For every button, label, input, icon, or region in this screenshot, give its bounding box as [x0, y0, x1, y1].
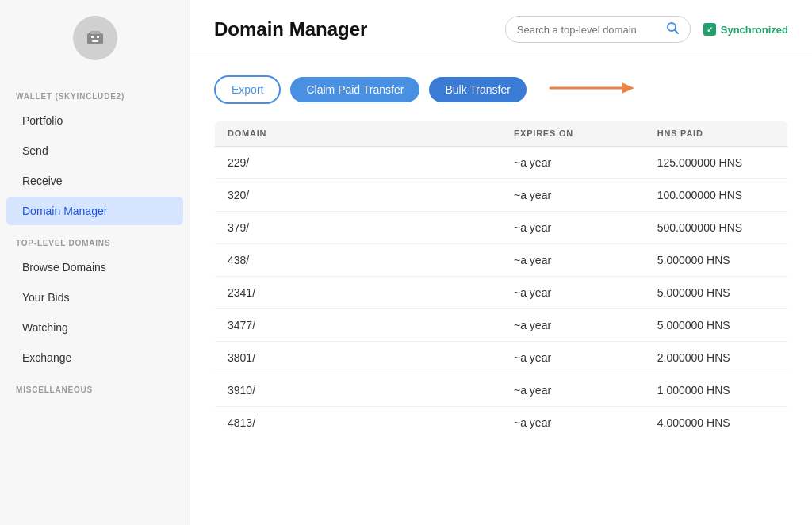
- table-header-row: DOMAIN EXPIRES ON HNS PAID: [215, 121, 788, 147]
- table-row: 379/ ~a year 500.000000 HNS: [215, 212, 788, 244]
- page-title: Domain Manager: [214, 18, 367, 40]
- hns-cell: 500.000000 HNS: [645, 212, 788, 244]
- hns-cell: 5.000000 HNS: [645, 244, 788, 277]
- sidebar-item-label: Watching: [22, 321, 68, 334]
- expires-cell: ~a year: [501, 407, 645, 439]
- expires-cell: ~a year: [501, 277, 645, 309]
- col-header-domain: DOMAIN: [215, 121, 502, 147]
- table-row: 438/ ~a year 5.000000 HNS: [215, 244, 788, 277]
- sidebar-item-label: Your Bids: [22, 291, 69, 304]
- table-row: 3477/ ~a year 5.000000 HNS: [215, 309, 788, 342]
- col-header-hns: HNS PAID: [645, 121, 788, 147]
- svg-rect-1: [91, 36, 94, 38]
- expires-cell: ~a year: [501, 244, 645, 277]
- bulk-transfer-button[interactable]: Bulk Transfer: [429, 77, 526, 102]
- domain-cell: 4813/: [215, 407, 502, 439]
- wallet-section-label: WALLET (SKYINCLUDE2): [0, 92, 190, 101]
- hns-cell: 2.000000 HNS: [645, 342, 788, 374]
- main-content: Domain Manager ✓ Synchronized Export Cl: [190, 0, 812, 525]
- export-button[interactable]: Export: [214, 75, 281, 104]
- hns-cell: 100.000000 HNS: [645, 179, 788, 212]
- search-icon: [666, 21, 679, 37]
- svg-rect-3: [92, 40, 98, 42]
- hns-cell: 1.000000 HNS: [645, 374, 788, 407]
- expires-cell: ~a year: [501, 374, 645, 407]
- table-row: 229/ ~a year 125.000000 HNS: [215, 147, 788, 179]
- sidebar-item-exchange[interactable]: Exchange: [6, 343, 183, 372]
- toolbar: Export Claim Paid Transfer Bulk Transfer: [214, 75, 788, 104]
- sidebar-item-your-bids[interactable]: Your Bids: [6, 283, 183, 312]
- sidebar-item-label: Send: [22, 144, 48, 157]
- sidebar-item-domain-manager[interactable]: Domain Manager: [6, 197, 183, 225]
- sidebar-item-portfolio[interactable]: Portfolio: [6, 106, 183, 135]
- table-row: 320/ ~a year 100.000000 HNS: [215, 179, 788, 212]
- hns-cell: 5.000000 HNS: [645, 277, 788, 309]
- domain-table: DOMAIN EXPIRES ON HNS PAID 229/ ~a year …: [214, 120, 788, 439]
- table-row: 4813/ ~a year 4.000000 HNS: [215, 407, 788, 439]
- expires-cell: ~a year: [501, 147, 645, 179]
- sidebar-item-receive[interactable]: Receive: [6, 167, 183, 195]
- svg-marker-8: [622, 82, 634, 94]
- hns-cell: 4.000000 HNS: [645, 407, 788, 439]
- domain-cell: 320/: [215, 179, 502, 212]
- domain-cell: 438/: [215, 244, 502, 277]
- sidebar-item-label: Browse Domains: [22, 261, 106, 274]
- expires-cell: ~a year: [501, 212, 645, 244]
- expires-cell: ~a year: [501, 342, 645, 374]
- svg-rect-2: [97, 36, 99, 38]
- domain-cell: 229/: [215, 147, 502, 179]
- domain-cell: 3801/: [215, 342, 502, 374]
- hns-cell: 5.000000 HNS: [645, 309, 788, 342]
- main-header: Domain Manager ✓ Synchronized: [190, 0, 812, 56]
- wallet-avatar: [73, 16, 117, 60]
- sidebar: WALLET (SKYINCLUDE2) Portfolio Send Rece…: [0, 0, 190, 525]
- svg-rect-4: [90, 31, 100, 34]
- header-right: ✓ Synchronized: [505, 16, 788, 43]
- search-box[interactable]: [505, 16, 691, 43]
- expires-cell: ~a year: [501, 309, 645, 342]
- domain-cell: 379/: [215, 212, 502, 244]
- sidebar-item-label: Receive: [22, 174, 63, 187]
- hns-cell: 125.000000 HNS: [645, 147, 788, 179]
- sync-badge: ✓ Synchronized: [703, 23, 788, 36]
- sidebar-item-label: Exchange: [22, 351, 71, 364]
- sidebar-item-watching[interactable]: Watching: [6, 313, 183, 342]
- sidebar-item-label: Domain Manager: [22, 205, 107, 217]
- arrow-indicator: [542, 77, 638, 102]
- tld-section-label: TOP-LEVEL DOMAINS: [0, 239, 190, 247]
- domain-cell: 3477/: [215, 309, 502, 342]
- col-header-expires: EXPIRES ON: [501, 121, 645, 147]
- content-area: Export Claim Paid Transfer Bulk Transfer…: [190, 56, 812, 525]
- domain-cell: 2341/: [215, 277, 502, 309]
- sidebar-item-label: Portfolio: [22, 114, 63, 127]
- table-row: 3801/ ~a year 2.000000 HNS: [215, 342, 788, 374]
- sidebar-logo: [0, 16, 190, 60]
- misc-section-label: MISCELLANEOUS: [0, 385, 190, 394]
- svg-rect-0: [87, 33, 103, 44]
- table-row: 2341/ ~a year 5.000000 HNS: [215, 277, 788, 309]
- sidebar-item-browse-domains[interactable]: Browse Domains: [6, 253, 183, 282]
- domain-cell: 3910/: [215, 374, 502, 407]
- svg-line-6: [675, 30, 678, 33]
- sync-check-icon: ✓: [703, 23, 716, 36]
- claim-paid-transfer-button[interactable]: Claim Paid Transfer: [290, 77, 419, 102]
- search-input[interactable]: [517, 24, 660, 36]
- table-row: 3910/ ~a year 1.000000 HNS: [215, 374, 788, 407]
- expires-cell: ~a year: [501, 179, 645, 212]
- sidebar-item-send[interactable]: Send: [6, 136, 183, 165]
- sync-label: Synchronized: [721, 24, 788, 36]
